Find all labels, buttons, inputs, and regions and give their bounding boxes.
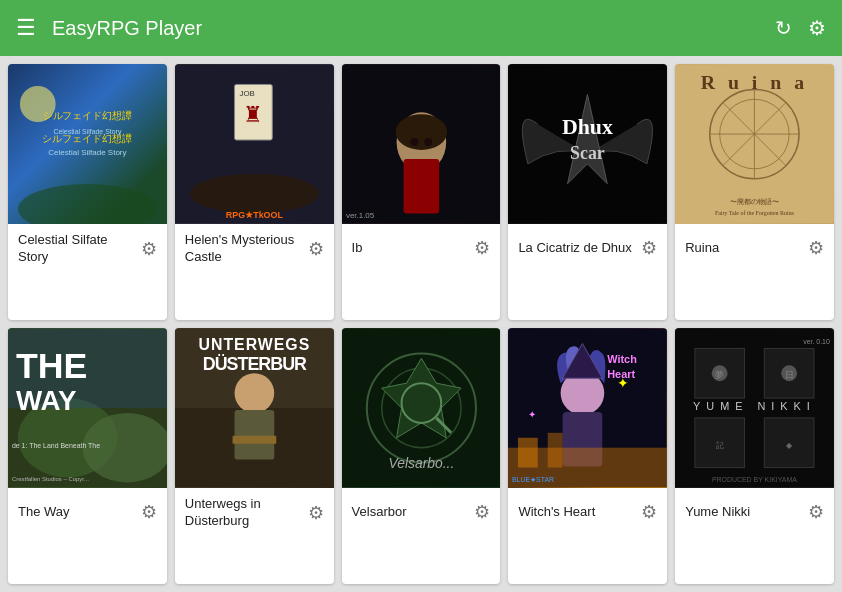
game-title-theway: The Way <box>18 504 135 521</box>
game-thumbnail-unterwegs: UNTERWEGS DÜSTERBUR <box>175 328 334 488</box>
game-title-celestial: Celestial Silfate Story <box>18 232 135 266</box>
game-info-unterwegs: Unterwegs in Düsterburg ⚙ <box>175 488 334 538</box>
game-info-witchs-heart: Witch's Heart ⚙ <box>508 488 667 536</box>
svg-text:WAY: WAY <box>16 385 77 416</box>
svg-text:DÜSTERBUR: DÜSTERBUR <box>203 354 307 374</box>
game-title-velsarbor: Velsarbor <box>352 504 469 521</box>
svg-text:R u i n a: R u i n a <box>701 71 808 93</box>
game-title-ib: Ib <box>352 240 469 257</box>
gear-icon-velsarbor[interactable]: ⚙ <box>474 501 490 523</box>
topbar: ☰ EasyRPG Player ↻ ⚙ <box>0 0 842 56</box>
gear-icon-witchs-heart[interactable]: ⚙ <box>641 501 657 523</box>
svg-rect-43 <box>234 410 274 460</box>
game-title-yume-nikki: Yume Nikki <box>685 504 802 521</box>
gear-icon-theway[interactable]: ⚙ <box>141 501 157 523</box>
gear-icon-unterwegs[interactable]: ⚙ <box>308 502 324 524</box>
game-info-ib: Ib ⚙ <box>342 224 501 272</box>
game-thumbnail-lacicatriz: Dhux Scar <box>508 64 667 224</box>
svg-text:〜廃都の物語〜: 〜廃都の物語〜 <box>730 198 779 206</box>
gear-icon-helen[interactable]: ⚙ <box>308 238 324 260</box>
game-info-velsarbor: Velsarbor ⚙ <box>342 488 501 536</box>
svg-text:RPG★TkOOL: RPG★TkOOL <box>226 210 284 220</box>
game-card-helens-mysterious-castle[interactable]: ♜ JOB RPG★TkOOL Helen's Mysterious Castl… <box>175 64 334 320</box>
game-info-celestial: Celestial Silfate Story ⚙ <box>8 224 167 274</box>
game-title-lacicatriz: La Cicatriz de Dhux <box>518 240 635 257</box>
svg-text:PRODUCED BY KIKIYAMA: PRODUCED BY KIKIYAMA <box>712 476 797 483</box>
game-title-unterwegs: Unterwegs in Düsterburg <box>185 496 302 530</box>
svg-rect-44 <box>232 436 276 444</box>
game-card-yume-nikki[interactable]: 夢 日 記 ◆ YUME NIKKI ver. 0.10 PRODUCED BY… <box>675 328 834 584</box>
svg-text:JOB: JOB <box>239 89 254 98</box>
svg-text:夢: 夢 <box>715 370 724 380</box>
game-title-ruina: Ruina <box>685 240 802 257</box>
svg-rect-60 <box>548 433 563 468</box>
game-thumbnail-witchheart: ✦ ✦ BLUE★STAR Witch Heart <box>508 328 667 488</box>
svg-point-16 <box>424 138 432 146</box>
refresh-icon[interactable]: ↻ <box>775 16 792 40</box>
game-info-theway: The Way ⚙ <box>8 488 167 536</box>
svg-text:日: 日 <box>785 370 794 380</box>
gear-icon-yume-nikki[interactable]: ⚙ <box>808 501 824 523</box>
svg-text:♜: ♜ <box>243 102 263 127</box>
svg-text:UNTERWEGS: UNTERWEGS <box>198 336 310 353</box>
svg-point-14 <box>395 114 447 150</box>
game-thumbnail-ib: ver.1.05 <box>342 64 501 224</box>
svg-rect-13 <box>403 159 439 214</box>
svg-text:de 1: The Land Beneath The: de 1: The Land Beneath The <box>12 442 100 449</box>
svg-point-15 <box>410 138 418 146</box>
svg-text:ver.1.05: ver.1.05 <box>346 211 375 220</box>
svg-text:Fairy Tale of the Forgotten Ru: Fairy Tale of the Forgotten Ruins <box>715 210 795 216</box>
svg-text:Scar: Scar <box>570 143 605 163</box>
svg-text:ver. 0.10: ver. 0.10 <box>803 338 830 345</box>
game-card-the-way[interactable]: THE WAY de 1: The Land Beneath The Crest… <box>8 328 167 584</box>
game-info-helen: Helen's Mysterious Castle ⚙ <box>175 224 334 274</box>
svg-text:Heart: Heart <box>608 368 636 380</box>
gear-icon-celestial[interactable]: ⚙ <box>141 238 157 260</box>
svg-text:YUME  NIKKI: YUME NIKKI <box>693 400 816 412</box>
game-thumbnail-helen: ♜ JOB RPG★TkOOL <box>175 64 334 224</box>
game-thumbnail-celestial: シルフェイド幻想譚 Celestial Silfade Story シルフェイド… <box>8 64 167 224</box>
game-info-lacicatriz: La Cicatriz de Dhux ⚙ <box>508 224 667 272</box>
svg-text:Crestfallen Studios – Copyr...: Crestfallen Studios – Copyr... <box>12 476 89 482</box>
svg-text:✦: ✦ <box>528 409 536 420</box>
game-card-celestial-silfate-story[interactable]: シルフェイド幻想譚 Celestial Silfade Story シルフェイド… <box>8 64 167 320</box>
game-title-helen: Helen's Mysterious Castle <box>185 232 302 266</box>
gear-icon-ruina[interactable]: ⚙ <box>808 237 824 259</box>
game-info-yume-nikki: Yume Nikki ⚙ <box>675 488 834 536</box>
svg-text:THE: THE <box>16 346 87 386</box>
game-title-witchs-heart: Witch's Heart <box>518 504 635 521</box>
svg-point-42 <box>234 373 274 413</box>
svg-point-9 <box>190 174 319 214</box>
svg-text:Celestial Silfade Story: Celestial Silfade Story <box>53 128 121 136</box>
app-title: EasyRPG Player <box>52 17 759 40</box>
settings-icon[interactable]: ⚙ <box>808 16 826 40</box>
gear-icon-ib[interactable]: ⚙ <box>474 237 490 259</box>
game-thumbnail-theway: THE WAY de 1: The Land Beneath The Crest… <box>8 328 167 488</box>
game-card-witchs-heart[interactable]: ✦ ✦ BLUE★STAR Witch Heart Witch's Heart … <box>508 328 667 584</box>
game-info-ruina: Ruina ⚙ <box>675 224 834 272</box>
svg-text:BLUE★STAR: BLUE★STAR <box>512 476 554 483</box>
game-card-ib[interactable]: ver.1.05 Ib ⚙ <box>342 64 501 320</box>
game-thumbnail-velsarbor: Velsarbo... <box>342 328 501 488</box>
game-card-unterwegs[interactable]: UNTERWEGS DÜSTERBUR Unterwegs in Düsterb… <box>175 328 334 584</box>
svg-text:記: 記 <box>716 441 724 450</box>
game-thumbnail-ruina: R u i n a 〜廃都の物語〜 Fairy Tale of the Forg… <box>675 64 834 224</box>
game-card-ruina[interactable]: R u i n a 〜廃都の物語〜 Fairy Tale of the Forg… <box>675 64 834 320</box>
game-grid: シルフェイド幻想譚 Celestial Silfade Story シルフェイド… <box>0 56 842 592</box>
svg-text:Witch: Witch <box>608 353 638 365</box>
svg-text:Dhux: Dhux <box>562 115 613 139</box>
menu-icon[interactable]: ☰ <box>16 17 36 39</box>
svg-text:◆: ◆ <box>786 441 793 450</box>
svg-point-1 <box>18 184 157 224</box>
game-card-la-cicatriz[interactable]: Dhux Scar La Cicatriz de Dhux ⚙ <box>508 64 667 320</box>
svg-text:シルフェイド幻想譚: シルフェイド幻想譚 <box>43 110 133 121</box>
game-card-velsarbor[interactable]: Velsarbo... Velsarbor ⚙ <box>342 328 501 584</box>
game-thumbnail-yumenikki: 夢 日 記 ◆ YUME NIKKI ver. 0.10 PRODUCED BY… <box>675 328 834 488</box>
svg-text:Velsarbo...: Velsarbo... <box>388 455 454 471</box>
svg-rect-59 <box>518 438 538 468</box>
gear-icon-lacicatriz[interactable]: ⚙ <box>641 237 657 259</box>
